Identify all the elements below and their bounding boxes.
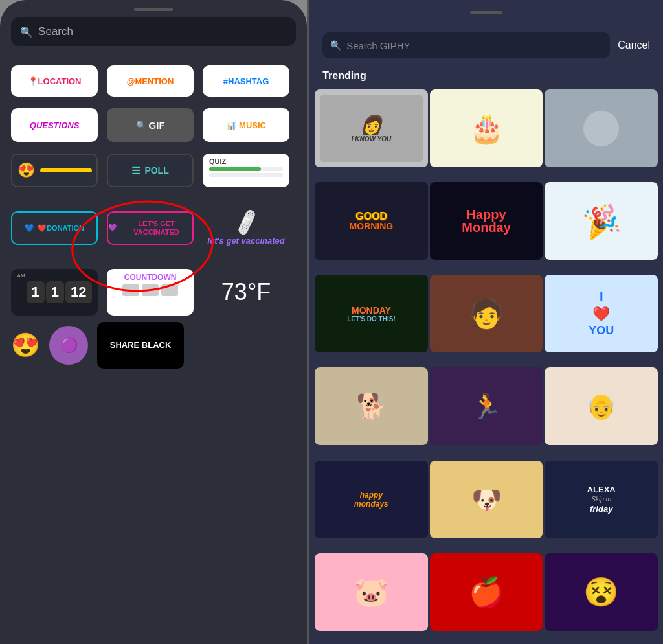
gif-happy-monday[interactable]: Happy Monday [430,182,543,260]
donation-label: ❤️DONATION [38,224,84,233]
gif-content: 🎉 [545,182,658,260]
time-widget[interactable]: AM 1 1 12 [11,269,98,316]
quiz-button[interactable]: QUIZ [203,154,289,187]
happy-mondays-label: happy [360,490,383,500]
gif-content: ALEXA Skip to friday [545,461,658,538]
gif-i-love-you[interactable]: I ❤️ YOU [545,275,658,352]
purple-circle-widget[interactable]: 🟣 [49,326,88,365]
trending-label: Trending [309,65,663,89]
gif-good-morning[interactable]: GOOD MORNING [315,182,428,260]
music-icon: 📊 [226,121,236,130]
party-hat-icon: 🎉 [579,200,623,242]
search-icon: 🔍 [20,26,33,38]
music-label: MUSIC [239,121,266,130]
gif-content: I ❤️ YOU [545,275,658,352]
football-icon: 🏃 [471,392,502,420]
countdown-label: COUNTDOWN [124,273,177,282]
gif-button[interactable]: 🔍 GIF [107,108,194,142]
gif-content: 🐷 [315,553,428,631]
cake-icon: 🎂 [469,111,504,145]
vaccinated-label: LET'S GET VACCINATED [120,220,192,236]
cancel-button[interactable]: Cancel [618,40,650,51]
countdown-bar-1 [122,284,139,296]
purple-face-icon: 😵 [583,575,619,609]
hashtag-button[interactable]: #HASHTAG [203,65,289,97]
donation-button[interactable]: 💙 ❤️DONATION [11,211,98,245]
lets-do-label: LET'S DO THIS! [347,316,396,323]
pig-icon: 🐷 [354,575,389,609]
gif-person-figure[interactable]: 🧑 [430,275,543,352]
temperature-widget[interactable]: 73°F [203,269,289,316]
gif-football-player[interactable]: 🏃 [430,367,543,445]
vaccinated-button[interactable]: 💜 LET'S GET VACCINATED [107,211,194,245]
gif-purple-face[interactable]: 😵 [545,553,658,631]
emoji-face-widget[interactable]: 😍 [11,332,40,359]
gif-birthday-cake[interactable]: 🎂 [430,89,543,167]
questions-button[interactable]: QUESTIONS [11,108,98,142]
hashtag-label: #HASHTAG [223,76,269,86]
sticker-row-2: QUESTIONS 🔍 GIF 📊 MUSIC [11,108,296,142]
giphy-search-bar[interactable]: 🔍 Search GIPHY [322,32,610,58]
countdown-button[interactable]: COUNTDOWN [107,269,194,316]
gif-grey-circle[interactable] [545,89,658,167]
purple-icon: 🟣 [60,337,78,354]
sticker-row-3: 😍 ☰ POLL QUIZ [11,154,296,187]
share-button[interactable]: SHARE BLACK [97,322,184,369]
dog-icon: 🐕 [356,392,387,420]
gif-content: 🐕 [315,367,428,445]
gif-content: 😵 [545,553,658,631]
monday-label: Monday [462,221,511,234]
sticker-row-1: 📍LOCATION @MENTION #HASHTAG [11,65,296,97]
gif-content: happy mondays [315,461,428,538]
mention-button[interactable]: @MENTION [107,65,194,97]
gif-monday-lets-do[interactable]: MONDAY LET'S DO THIS! [315,275,428,352]
location-label: 📍LOCATION [28,76,82,86]
location-button[interactable]: 📍LOCATION [11,65,98,97]
gif-bald-man[interactable]: 👴 [545,367,658,445]
doge-icon: 🐶 [471,485,502,514]
search-icon-gif: 🔍 [136,121,146,130]
countdown-bar-3 [161,284,178,296]
gif-pig[interactable]: 🐷 [315,553,428,631]
poll-button[interactable]: ☰ POLL [107,154,194,187]
time-block-3: 12 [65,281,91,303]
happy-label: Happy [467,208,506,221]
gif-content: 🐶 [430,461,543,538]
emoji-icon: 😍 [17,162,35,179]
person-icon: 🧑 [469,297,504,330]
you-label: YOU [589,324,614,338]
gif-party-hat[interactable]: 🎉 [545,182,658,260]
right-panel: 🔍 Search GIPHY Cancel Trending 👩 I KNOW … [309,0,663,644]
giphy-search-placeholder: Search GIPHY [346,40,410,51]
mondays-label: mondays [354,500,388,509]
gif-content: 🎂 [430,89,543,167]
gif-red-apple[interactable]: 🍎 [430,553,543,631]
gif-dog-at-computer[interactable]: 🐕 [315,367,428,445]
right-panel-notch [470,11,502,14]
gif-content: GOOD MORNING [315,182,428,260]
gif-content: 🧑 [430,275,543,352]
mention-label: @MENTION [127,76,174,86]
gif-happy-mondays-text[interactable]: happy mondays [315,461,428,538]
gif-doge[interactable]: 🐶 [430,461,543,538]
good-label: GOOD [355,211,387,222]
gif-know-you[interactable]: 👩 I KNOW YOU [315,89,428,167]
i-label: I [600,290,603,305]
grey-circle-shape [583,111,619,146]
questions-label: QUESTIONS [30,121,80,130]
music-button[interactable]: 📊 MUSIC [203,108,289,142]
left-panel: 🔍 Search 📍LOCATION @MENTION #HASHTAG QUE… [0,0,307,644]
search-placeholder: Search [38,25,73,38]
morning-label: MORNING [350,222,394,231]
bottom-row: 😍 🟣 SHARE BLACK [11,322,296,369]
search-bar[interactable]: 🔍 Search [11,17,296,46]
gif-content: 👴 [545,367,658,445]
gif-alexa-skip-friday[interactable]: ALEXA Skip to friday [545,461,658,538]
emoji-button[interactable]: 😍 [11,154,98,187]
giphy-header: 🔍 Search GIPHY Cancel [309,19,663,65]
phone-notch [134,8,173,11]
heart-icon: ❤️ [592,306,610,323]
time-block-1: 1 [27,281,45,303]
quiz-bar-1 [209,167,283,171]
bandaid-sticker[interactable]: 🩹 let's get vaccinated [203,199,289,257]
